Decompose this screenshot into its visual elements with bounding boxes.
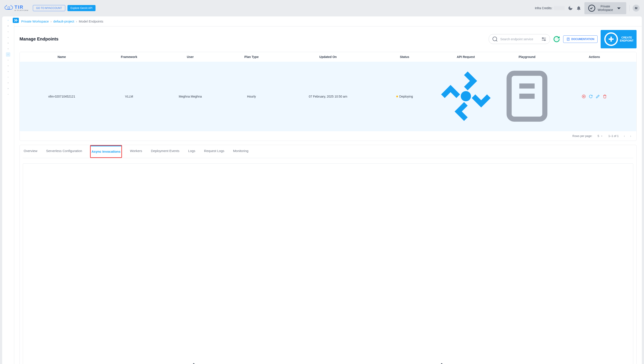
sidebar-document-icon[interactable]	[6, 30, 10, 34]
workspace-label: Private Workspace	[598, 4, 613, 12]
sidebar-chip-icon[interactable]	[6, 64, 10, 68]
explore-genai-button[interactable]: Explore GenAI API	[68, 5, 96, 11]
tab-request-logs[interactable]: Request Logs	[203, 145, 225, 158]
plus-icon	[604, 32, 618, 46]
stop-icon[interactable]	[582, 94, 586, 98]
svg-point-17	[8, 71, 9, 71]
chevron-down-icon	[27, 167, 608, 364]
breadcrumb-workspace[interactable]: Private Workspace	[21, 20, 49, 23]
edit-icon[interactable]	[596, 94, 600, 98]
sidebar-folder-icon[interactable]	[6, 18, 10, 22]
restart-icon[interactable]	[589, 94, 593, 98]
cell-api	[435, 66, 497, 128]
page-header: Manage Endpoints DOCUMENTATION CREATE EN…	[14, 26, 642, 52]
sidebar-cloud-icon[interactable]	[6, 92, 10, 96]
sidebar-grid-icon[interactable]	[6, 24, 10, 28]
sidebar-sync-icon[interactable]	[6, 75, 10, 80]
highlight-async-tab: Async Invocations	[90, 145, 122, 158]
svg-point-12	[8, 54, 8, 54]
tab-overview[interactable]: Overview	[23, 145, 38, 158]
cell-framework: VLLM	[98, 95, 160, 98]
th-plan: Plan Type	[221, 55, 282, 58]
workspace-icon	[587, 4, 596, 12]
svg-rect-0	[8, 7, 10, 9]
create-endpoint-button[interactable]: CREATE ENDPOINT	[601, 30, 636, 48]
table-row[interactable]: vllm-020710452121 VLLM Meghna Meghna Hou…	[20, 62, 636, 132]
svg-rect-16	[8, 66, 8, 66]
sidebar-cube-icon[interactable]	[6, 86, 10, 91]
pagination-next[interactable]: ›	[630, 134, 631, 138]
logo-icon	[5, 5, 13, 11]
sidebar-expand-button[interactable]	[13, 18, 19, 23]
sidebar-bot-icon[interactable]	[6, 35, 10, 40]
pagination: Rows per page: 5 1–1 of 1 ‹ ›	[20, 131, 636, 141]
api-request-icon[interactable]	[435, 66, 497, 127]
svg-point-27	[493, 37, 497, 41]
myaccount-button[interactable]: GO TO MYACCOUNT	[33, 5, 65, 11]
th-framework: Framework	[98, 55, 160, 58]
tab-monitoring[interactable]: Monitoring	[232, 145, 249, 158]
th-api: API Request	[435, 55, 497, 58]
topbar: TIR AI PLATFORM GO TO MYACCOUNT Explore …	[0, 0, 644, 16]
search-input[interactable]	[500, 38, 539, 41]
tab-logs[interactable]: Logs	[187, 145, 196, 158]
create-label: CREATE ENDPOINT	[620, 36, 633, 42]
user-avatar[interactable]: M	[632, 4, 639, 12]
breadcrumb-sep: ›	[76, 20, 77, 23]
sidebar-endpoints-icon[interactable]	[6, 52, 10, 57]
svg-rect-11	[8, 48, 8, 49]
th-actions: Actions	[558, 55, 631, 58]
rows-per-page-select[interactable]: 5	[597, 134, 603, 138]
cell-plan: Hourly	[221, 95, 282, 98]
divider	[629, 5, 629, 11]
breadcrumb-sep: ›	[51, 20, 52, 23]
documentation-label: DOCUMENTATION	[571, 38, 594, 41]
notifications-icon[interactable]	[576, 6, 581, 11]
infra-credits: Infra Credits:	[535, 6, 565, 10]
svg-point-31	[542, 38, 543, 39]
main-content: Private Workspace › default-project › Mo…	[14, 16, 642, 364]
breadcrumb-project[interactable]: default-project	[54, 20, 74, 23]
how-it-works-header[interactable]: How it works	[23, 164, 633, 364]
cell-actions	[558, 94, 631, 98]
workspace-selector[interactable]: Private Workspace	[584, 2, 626, 14]
sidebar-layout-icon[interactable]	[6, 41, 10, 45]
sidebar-clipboard-icon[interactable]	[6, 81, 10, 85]
rows-per-page-label: Rows per page:	[572, 134, 592, 138]
credits-label: Infra Credits:	[535, 6, 552, 10]
search-box[interactable]	[489, 34, 550, 44]
svg-rect-3	[8, 26, 8, 26]
breadcrumb-current: Model Endpoints	[79, 20, 103, 23]
cell-updated: 07 February, 2025 10:50 am	[282, 95, 374, 98]
refresh-button[interactable]	[553, 36, 560, 43]
documentation-button[interactable]: DOCUMENTATION	[563, 36, 597, 43]
detail-card: Overview Serverless Configuration Async …	[20, 145, 636, 364]
tabs: Overview Serverless Configuration Async …	[23, 145, 633, 158]
sidebar-branch-icon[interactable]	[6, 58, 10, 62]
credits-value-blurred	[554, 6, 565, 10]
tab-deployment-events[interactable]: Deployment Events	[150, 145, 180, 158]
tab-serverless[interactable]: Serverless Configuration	[45, 145, 83, 158]
logo[interactable]: TIR AI PLATFORM	[5, 5, 29, 12]
chevron-down-icon	[615, 4, 623, 12]
breadcrumb: Private Workspace › default-project › Mo…	[14, 16, 642, 26]
search-icon	[492, 36, 498, 42]
playground-icon[interactable]	[496, 66, 558, 127]
pagination-prev[interactable]: ‹	[624, 134, 625, 138]
status-dot-icon	[396, 96, 398, 97]
dark-mode-toggle[interactable]	[568, 6, 573, 11]
filter-icon[interactable]	[541, 36, 547, 42]
svg-point-42	[582, 95, 585, 98]
sidebar-share-icon[interactable]	[6, 69, 10, 74]
th-name: Name	[25, 55, 98, 58]
svg-point-40	[461, 91, 471, 101]
tab-workers[interactable]: Workers	[129, 145, 143, 158]
delete-icon[interactable]	[603, 94, 607, 98]
how-it-works-section: How it works Source (Setup queues) Enabl…	[23, 164, 633, 364]
tab-async-invocations[interactable]: Async Invocations	[91, 146, 122, 157]
sidebar-briefcase-icon[interactable]	[6, 46, 10, 51]
cell-status: Deploying	[374, 95, 435, 98]
status-text: Deploying	[399, 95, 413, 98]
pagination-range: 1–1 of 1	[608, 134, 618, 138]
svg-rect-43	[583, 96, 584, 97]
